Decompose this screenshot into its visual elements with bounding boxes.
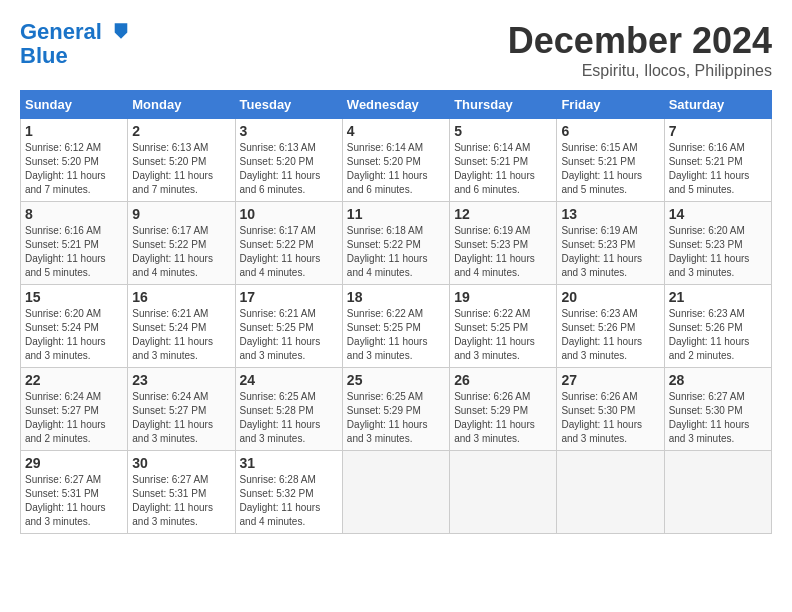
day-number: 6 [561,123,659,139]
weekday-header: Monday [128,91,235,119]
day-info: Sunrise: 6:19 AMSunset: 5:23 PMDaylight:… [454,224,552,280]
calendar-cell: 20 Sunrise: 6:23 AMSunset: 5:26 PMDaylig… [557,285,664,368]
location: Espiritu, Ilocos, Philippines [508,62,772,80]
calendar-cell: 4 Sunrise: 6:14 AMSunset: 5:20 PMDayligh… [342,119,449,202]
day-info: Sunrise: 6:16 AMSunset: 5:21 PMDaylight:… [25,224,123,280]
calendar-cell [450,451,557,534]
calendar-cell: 5 Sunrise: 6:14 AMSunset: 5:21 PMDayligh… [450,119,557,202]
day-number: 31 [240,455,338,471]
day-number: 28 [669,372,767,388]
calendar-cell: 23 Sunrise: 6:24 AMSunset: 5:27 PMDaylig… [128,368,235,451]
day-info: Sunrise: 6:18 AMSunset: 5:22 PMDaylight:… [347,224,445,280]
day-number: 26 [454,372,552,388]
calendar-cell: 26 Sunrise: 6:26 AMSunset: 5:29 PMDaylig… [450,368,557,451]
day-info: Sunrise: 6:20 AMSunset: 5:24 PMDaylight:… [25,307,123,363]
day-info: Sunrise: 6:27 AMSunset: 5:30 PMDaylight:… [669,390,767,446]
calendar-cell: 14 Sunrise: 6:20 AMSunset: 5:23 PMDaylig… [664,202,771,285]
calendar-cell: 1 Sunrise: 6:12 AMSunset: 5:20 PMDayligh… [21,119,128,202]
day-number: 30 [132,455,230,471]
calendar-cell: 6 Sunrise: 6:15 AMSunset: 5:21 PMDayligh… [557,119,664,202]
day-number: 10 [240,206,338,222]
day-number: 18 [347,289,445,305]
day-info: Sunrise: 6:22 AMSunset: 5:25 PMDaylight:… [454,307,552,363]
day-info: Sunrise: 6:20 AMSunset: 5:23 PMDaylight:… [669,224,767,280]
calendar-cell: 10 Sunrise: 6:17 AMSunset: 5:22 PMDaylig… [235,202,342,285]
day-info: Sunrise: 6:21 AMSunset: 5:25 PMDaylight:… [240,307,338,363]
calendar-cell: 29 Sunrise: 6:27 AMSunset: 5:31 PMDaylig… [21,451,128,534]
day-number: 27 [561,372,659,388]
day-info: Sunrise: 6:25 AMSunset: 5:28 PMDaylight:… [240,390,338,446]
calendar-week-row: 29 Sunrise: 6:27 AMSunset: 5:31 PMDaylig… [21,451,772,534]
calendar-cell: 22 Sunrise: 6:24 AMSunset: 5:27 PMDaylig… [21,368,128,451]
day-number: 8 [25,206,123,222]
calendar-cell: 11 Sunrise: 6:18 AMSunset: 5:22 PMDaylig… [342,202,449,285]
calendar-cell: 13 Sunrise: 6:19 AMSunset: 5:23 PMDaylig… [557,202,664,285]
calendar-week-row: 8 Sunrise: 6:16 AMSunset: 5:21 PMDayligh… [21,202,772,285]
page-header: General Blue December 2024 Espiritu, Ilo… [20,20,772,80]
calendar-week-row: 1 Sunrise: 6:12 AMSunset: 5:20 PMDayligh… [21,119,772,202]
day-info: Sunrise: 6:15 AMSunset: 5:21 PMDaylight:… [561,141,659,197]
day-info: Sunrise: 6:23 AMSunset: 5:26 PMDaylight:… [669,307,767,363]
calendar-cell: 31 Sunrise: 6:28 AMSunset: 5:32 PMDaylig… [235,451,342,534]
calendar-cell [664,451,771,534]
weekday-header: Sunday [21,91,128,119]
day-number: 2 [132,123,230,139]
weekday-header: Saturday [664,91,771,119]
day-number: 21 [669,289,767,305]
logo-text-blue: Blue [20,44,132,68]
weekday-header: Wednesday [342,91,449,119]
day-info: Sunrise: 6:24 AMSunset: 5:27 PMDaylight:… [25,390,123,446]
day-info: Sunrise: 6:16 AMSunset: 5:21 PMDaylight:… [669,141,767,197]
day-info: Sunrise: 6:13 AMSunset: 5:20 PMDaylight:… [240,141,338,197]
day-info: Sunrise: 6:17 AMSunset: 5:22 PMDaylight:… [240,224,338,280]
day-number: 25 [347,372,445,388]
day-number: 7 [669,123,767,139]
weekday-header: Thursday [450,91,557,119]
day-number: 20 [561,289,659,305]
day-number: 22 [25,372,123,388]
day-info: Sunrise: 6:25 AMSunset: 5:29 PMDaylight:… [347,390,445,446]
day-number: 16 [132,289,230,305]
calendar-cell: 25 Sunrise: 6:25 AMSunset: 5:29 PMDaylig… [342,368,449,451]
day-info: Sunrise: 6:21 AMSunset: 5:24 PMDaylight:… [132,307,230,363]
calendar-cell [342,451,449,534]
calendar-cell: 19 Sunrise: 6:22 AMSunset: 5:25 PMDaylig… [450,285,557,368]
day-number: 17 [240,289,338,305]
day-number: 23 [132,372,230,388]
day-number: 13 [561,206,659,222]
day-info: Sunrise: 6:14 AMSunset: 5:20 PMDaylight:… [347,141,445,197]
calendar-cell: 7 Sunrise: 6:16 AMSunset: 5:21 PMDayligh… [664,119,771,202]
weekday-header: Tuesday [235,91,342,119]
day-number: 29 [25,455,123,471]
day-info: Sunrise: 6:26 AMSunset: 5:30 PMDaylight:… [561,390,659,446]
calendar-cell: 17 Sunrise: 6:21 AMSunset: 5:25 PMDaylig… [235,285,342,368]
calendar-cell: 18 Sunrise: 6:22 AMSunset: 5:25 PMDaylig… [342,285,449,368]
day-info: Sunrise: 6:27 AMSunset: 5:31 PMDaylight:… [132,473,230,529]
calendar-cell: 30 Sunrise: 6:27 AMSunset: 5:31 PMDaylig… [128,451,235,534]
day-number: 15 [25,289,123,305]
day-info: Sunrise: 6:19 AMSunset: 5:23 PMDaylight:… [561,224,659,280]
day-info: Sunrise: 6:22 AMSunset: 5:25 PMDaylight:… [347,307,445,363]
day-number: 9 [132,206,230,222]
svg-marker-0 [115,23,128,39]
calendar-cell: 27 Sunrise: 6:26 AMSunset: 5:30 PMDaylig… [557,368,664,451]
calendar-week-row: 22 Sunrise: 6:24 AMSunset: 5:27 PMDaylig… [21,368,772,451]
calendar-cell: 15 Sunrise: 6:20 AMSunset: 5:24 PMDaylig… [21,285,128,368]
day-number: 4 [347,123,445,139]
day-info: Sunrise: 6:14 AMSunset: 5:21 PMDaylight:… [454,141,552,197]
calendar-table: SundayMondayTuesdayWednesdayThursdayFrid… [20,90,772,534]
calendar-cell [557,451,664,534]
month-title: December 2024 [508,20,772,62]
calendar-cell: 12 Sunrise: 6:19 AMSunset: 5:23 PMDaylig… [450,202,557,285]
day-number: 19 [454,289,552,305]
calendar-cell: 9 Sunrise: 6:17 AMSunset: 5:22 PMDayligh… [128,202,235,285]
day-number: 11 [347,206,445,222]
day-info: Sunrise: 6:26 AMSunset: 5:29 PMDaylight:… [454,390,552,446]
day-number: 24 [240,372,338,388]
day-info: Sunrise: 6:24 AMSunset: 5:27 PMDaylight:… [132,390,230,446]
day-info: Sunrise: 6:12 AMSunset: 5:20 PMDaylight:… [25,141,123,197]
calendar-week-row: 15 Sunrise: 6:20 AMSunset: 5:24 PMDaylig… [21,285,772,368]
calendar-cell: 3 Sunrise: 6:13 AMSunset: 5:20 PMDayligh… [235,119,342,202]
weekday-header-row: SundayMondayTuesdayWednesdayThursdayFrid… [21,91,772,119]
calendar-cell: 8 Sunrise: 6:16 AMSunset: 5:21 PMDayligh… [21,202,128,285]
